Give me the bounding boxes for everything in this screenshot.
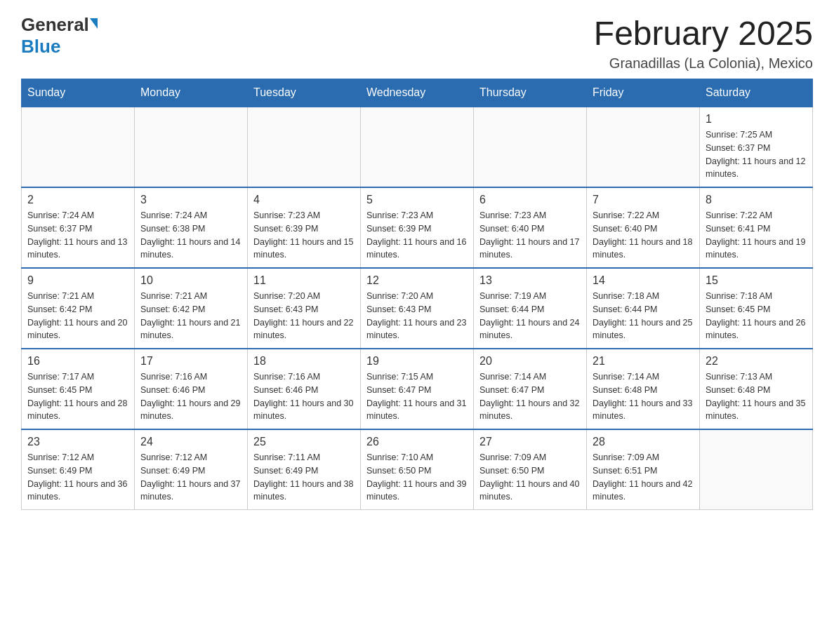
calendar-cell: 18Sunrise: 7:16 AMSunset: 6:46 PMDayligh…	[248, 349, 361, 429]
day-number: 17	[140, 355, 241, 368]
day-header-sunday: Sunday	[22, 79, 135, 107]
day-info: Sunrise: 7:11 AMSunset: 6:49 PMDaylight:…	[253, 451, 355, 504]
calendar-cell: 27Sunrise: 7:09 AMSunset: 6:50 PMDayligh…	[474, 429, 587, 510]
logo-arrow-icon	[90, 18, 98, 29]
day-number: 27	[479, 436, 581, 448]
calendar-cell: 3Sunrise: 7:24 AMSunset: 6:38 PMDaylight…	[135, 187, 248, 268]
day-info: Sunrise: 7:21 AMSunset: 6:42 PMDaylight:…	[140, 290, 241, 342]
calendar-cell: 16Sunrise: 7:17 AMSunset: 6:45 PMDayligh…	[22, 349, 135, 429]
day-number: 19	[366, 355, 468, 368]
day-info: Sunrise: 7:25 AMSunset: 6:37 PMDaylight:…	[706, 128, 807, 181]
day-info: Sunrise: 7:16 AMSunset: 6:46 PMDaylight:…	[253, 370, 355, 423]
calendar-header-row: SundayMondayTuesdayWednesdayThursdayFrid…	[22, 79, 813, 107]
day-info: Sunrise: 7:24 AMSunset: 6:38 PMDaylight:…	[140, 209, 241, 262]
day-number: 6	[479, 194, 581, 206]
day-number: 5	[366, 194, 468, 206]
day-number: 4	[253, 194, 355, 206]
calendar-cell: 20Sunrise: 7:14 AMSunset: 6:47 PMDayligh…	[474, 349, 587, 429]
day-info: Sunrise: 7:17 AMSunset: 6:45 PMDaylight:…	[27, 370, 128, 423]
calendar-week-row: 23Sunrise: 7:12 AMSunset: 6:49 PMDayligh…	[22, 429, 813, 510]
day-info: Sunrise: 7:12 AMSunset: 6:49 PMDaylight:…	[27, 451, 128, 504]
calendar-cell: 24Sunrise: 7:12 AMSunset: 6:49 PMDayligh…	[135, 429, 248, 510]
day-info: Sunrise: 7:14 AMSunset: 6:47 PMDaylight:…	[479, 370, 581, 423]
calendar-cell	[135, 107, 248, 187]
day-header-tuesday: Tuesday	[248, 79, 361, 107]
day-number: 25	[253, 436, 355, 448]
day-number: 21	[593, 355, 694, 368]
day-info: Sunrise: 7:09 AMSunset: 6:51 PMDaylight:…	[593, 451, 694, 504]
day-info: Sunrise: 7:16 AMSunset: 6:46 PMDaylight:…	[140, 370, 241, 423]
day-info: Sunrise: 7:23 AMSunset: 6:40 PMDaylight:…	[479, 209, 581, 262]
day-number: 18	[253, 355, 355, 368]
calendar-cell: 1Sunrise: 7:25 AMSunset: 6:37 PMDaylight…	[700, 107, 813, 187]
day-info: Sunrise: 7:13 AMSunset: 6:48 PMDaylight:…	[706, 370, 807, 423]
calendar-cell: 9Sunrise: 7:21 AMSunset: 6:42 PMDaylight…	[22, 268, 135, 349]
day-info: Sunrise: 7:19 AMSunset: 6:44 PMDaylight:…	[479, 290, 581, 342]
day-number: 3	[140, 194, 241, 206]
calendar-cell: 14Sunrise: 7:18 AMSunset: 6:44 PMDayligh…	[587, 268, 700, 349]
day-info: Sunrise: 7:09 AMSunset: 6:50 PMDaylight:…	[479, 451, 581, 504]
day-number: 7	[593, 194, 694, 206]
day-info: Sunrise: 7:18 AMSunset: 6:44 PMDaylight:…	[593, 290, 694, 342]
calendar-cell	[587, 107, 700, 187]
day-info: Sunrise: 7:15 AMSunset: 6:47 PMDaylight:…	[366, 370, 468, 423]
calendar-cell	[474, 107, 587, 187]
day-info: Sunrise: 7:20 AMSunset: 6:43 PMDaylight:…	[253, 290, 355, 342]
logo-blue-text: Blue	[21, 36, 60, 57]
calendar-cell: 5Sunrise: 7:23 AMSunset: 6:39 PMDaylight…	[361, 187, 474, 268]
day-info: Sunrise: 7:24 AMSunset: 6:37 PMDaylight:…	[27, 209, 128, 262]
day-number: 11	[253, 274, 355, 287]
day-info: Sunrise: 7:14 AMSunset: 6:48 PMDaylight:…	[593, 370, 694, 423]
calendar-cell: 10Sunrise: 7:21 AMSunset: 6:42 PMDayligh…	[135, 268, 248, 349]
calendar-cell	[22, 107, 135, 187]
calendar-cell: 4Sunrise: 7:23 AMSunset: 6:39 PMDaylight…	[248, 187, 361, 268]
day-number: 20	[479, 355, 581, 368]
day-number: 24	[140, 436, 241, 448]
logo: General Blue	[21, 14, 98, 58]
calendar-cell: 7Sunrise: 7:22 AMSunset: 6:40 PMDaylight…	[587, 187, 700, 268]
day-number: 28	[593, 436, 694, 448]
day-number: 9	[27, 274, 128, 287]
day-header-thursday: Thursday	[474, 79, 587, 107]
day-number: 22	[706, 355, 807, 368]
day-info: Sunrise: 7:20 AMSunset: 6:43 PMDaylight:…	[366, 290, 468, 342]
calendar-week-row: 1Sunrise: 7:25 AMSunset: 6:37 PMDaylight…	[22, 107, 813, 187]
day-number: 23	[27, 436, 128, 448]
day-info: Sunrise: 7:23 AMSunset: 6:39 PMDaylight:…	[366, 209, 468, 262]
logo-general-text: General	[21, 14, 89, 36]
day-number: 10	[140, 274, 241, 287]
calendar-week-row: 9Sunrise: 7:21 AMSunset: 6:42 PMDaylight…	[22, 268, 813, 349]
title-section: February 2025 Granadillas (La Colonia), …	[594, 14, 813, 72]
calendar-cell: 28Sunrise: 7:09 AMSunset: 6:51 PMDayligh…	[587, 429, 700, 510]
day-number: 13	[479, 274, 581, 287]
calendar-cell	[248, 107, 361, 187]
month-title: February 2025	[594, 14, 813, 53]
day-number: 1	[706, 113, 807, 126]
calendar-cell: 12Sunrise: 7:20 AMSunset: 6:43 PMDayligh…	[361, 268, 474, 349]
page-header: General Blue February 2025 Granadillas (…	[21, 14, 813, 72]
day-header-wednesday: Wednesday	[361, 79, 474, 107]
day-info: Sunrise: 7:21 AMSunset: 6:42 PMDaylight:…	[27, 290, 128, 342]
calendar-week-row: 2Sunrise: 7:24 AMSunset: 6:37 PMDaylight…	[22, 187, 813, 268]
day-number: 2	[27, 194, 128, 206]
day-number: 16	[27, 355, 128, 368]
calendar-cell: 17Sunrise: 7:16 AMSunset: 6:46 PMDayligh…	[135, 349, 248, 429]
calendar-cell: 25Sunrise: 7:11 AMSunset: 6:49 PMDayligh…	[248, 429, 361, 510]
calendar-cell: 13Sunrise: 7:19 AMSunset: 6:44 PMDayligh…	[474, 268, 587, 349]
calendar-cell: 11Sunrise: 7:20 AMSunset: 6:43 PMDayligh…	[248, 268, 361, 349]
calendar-cell: 22Sunrise: 7:13 AMSunset: 6:48 PMDayligh…	[700, 349, 813, 429]
day-number: 15	[706, 274, 807, 287]
day-header-friday: Friday	[587, 79, 700, 107]
day-info: Sunrise: 7:18 AMSunset: 6:45 PMDaylight:…	[706, 290, 807, 342]
day-info: Sunrise: 7:23 AMSunset: 6:39 PMDaylight:…	[253, 209, 355, 262]
day-info: Sunrise: 7:12 AMSunset: 6:49 PMDaylight:…	[140, 451, 241, 504]
day-number: 8	[706, 194, 807, 206]
calendar-cell: 26Sunrise: 7:10 AMSunset: 6:50 PMDayligh…	[361, 429, 474, 510]
day-header-saturday: Saturday	[700, 79, 813, 107]
day-info: Sunrise: 7:22 AMSunset: 6:40 PMDaylight:…	[593, 209, 694, 262]
calendar-cell: 21Sunrise: 7:14 AMSunset: 6:48 PMDayligh…	[587, 349, 700, 429]
calendar-cell	[361, 107, 474, 187]
calendar-cell: 15Sunrise: 7:18 AMSunset: 6:45 PMDayligh…	[700, 268, 813, 349]
calendar-cell: 2Sunrise: 7:24 AMSunset: 6:37 PMDaylight…	[22, 187, 135, 268]
location-title: Granadillas (La Colonia), Mexico	[594, 55, 813, 72]
